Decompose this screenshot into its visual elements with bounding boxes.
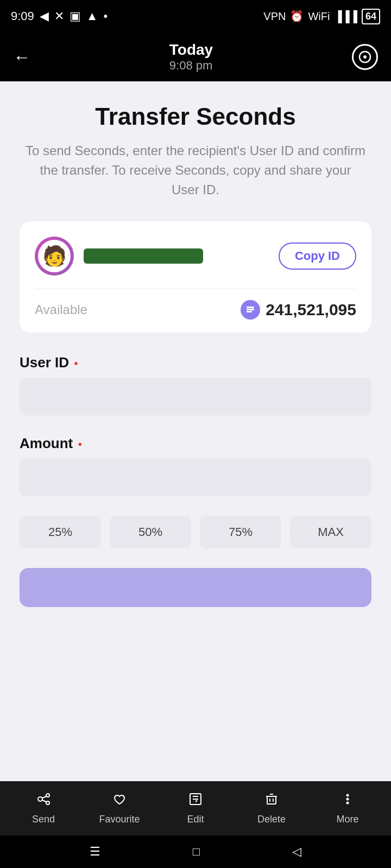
pct-75-button[interactable]: 75% — [200, 516, 281, 548]
scan-button[interactable] — [352, 44, 378, 70]
send-icon — [36, 792, 51, 810]
user-id-label: User ID • — [20, 354, 371, 371]
wifi-icon: WiFi — [308, 10, 330, 23]
nav-subtitle: 9:08 pm — [169, 59, 213, 73]
nav-more[interactable]: More — [326, 792, 369, 825]
card-divider — [35, 289, 356, 289]
android-home-button[interactable]: □ — [193, 845, 200, 859]
nav-favourite[interactable]: Favourite — [98, 792, 141, 825]
coin-icon — [241, 300, 260, 320]
nav-title: Today — [169, 41, 213, 59]
back-button[interactable]: ← — [13, 47, 30, 67]
user-id-required: • — [71, 358, 78, 369]
android-back-button[interactable]: ◁ — [292, 845, 301, 859]
available-amount: 241,521,095 — [241, 300, 356, 320]
nav-more-label: More — [336, 814, 358, 825]
svg-point-7 — [46, 801, 49, 805]
user-info-row: 🧑 Copy ID — [35, 237, 356, 276]
status-left: 9:09 ◀ ✕ ▣ ▲ • — [11, 9, 108, 23]
svg-point-6 — [46, 794, 49, 797]
user-left: 🧑 — [35, 237, 203, 276]
svg-point-5 — [38, 797, 42, 801]
amount-input[interactable] — [20, 458, 371, 496]
location-icon: ◀ — [40, 9, 49, 23]
more-icon — [340, 792, 355, 810]
alert-icon: ▲ — [86, 9, 98, 23]
edit-icon — [188, 792, 203, 810]
nav-send[interactable]: Send — [22, 792, 65, 825]
pct-25-button[interactable]: 25% — [20, 516, 101, 548]
bottom-nav: Send Favourite Edit — [0, 781, 391, 835]
svg-line-8 — [42, 796, 46, 798]
svg-rect-2 — [247, 307, 254, 308]
balance-amount: 241,521,095 — [266, 301, 356, 319]
nav-edit[interactable]: Edit — [174, 792, 217, 825]
heart-icon — [112, 792, 127, 810]
avatar-face: 🧑 — [38, 240, 71, 272]
amount-required: • — [75, 438, 82, 450]
pct-50-button[interactable]: 50% — [110, 516, 191, 548]
dot-icon: • — [104, 9, 108, 23]
alarm-icon: ⏰ — [290, 10, 304, 23]
page-title: Transfer Seconds — [20, 103, 371, 130]
nav-favourite-label: Favourite — [99, 814, 140, 825]
status-time: 9:09 — [11, 9, 34, 23]
amount-field-group: Amount • — [20, 435, 371, 516]
svg-line-9 — [42, 800, 46, 802]
svg-point-20 — [346, 802, 349, 805]
nav-edit-label: Edit — [187, 814, 204, 825]
battery-indicator: 64 — [362, 9, 380, 24]
status-bar: 9:09 ◀ ✕ ▣ ▲ • VPN ⏰ WiFi ▐▐▐ 64 — [0, 0, 391, 33]
redacted-username — [84, 248, 203, 264]
svg-point-18 — [346, 794, 349, 797]
submit-button[interactable] — [20, 568, 371, 607]
nav-send-label: Send — [32, 814, 55, 825]
available-label: Available — [35, 302, 87, 317]
x-icon: ✕ — [54, 9, 64, 23]
nav-delete-label: Delete — [257, 814, 286, 825]
user-id-field-group: User ID • — [20, 354, 371, 435]
main-content: Transfer Seconds To send Seconds, enter … — [0, 81, 391, 781]
signal-icon: ▐▐▐ — [334, 10, 357, 23]
svg-rect-3 — [247, 309, 254, 310]
copy-id-button[interactable]: Copy ID — [279, 242, 356, 270]
status-right: VPN ⏰ WiFi ▐▐▐ 64 — [263, 9, 380, 24]
user-card: 🧑 Copy ID Available 241,521,095 — [20, 221, 371, 333]
nav-title-block: Today 9:08 pm — [169, 41, 213, 73]
user-id-input[interactable] — [20, 378, 371, 416]
svg-rect-4 — [247, 311, 252, 312]
avatar: 🧑 — [35, 237, 74, 276]
image-icon: ▣ — [70, 9, 81, 23]
percentage-buttons: 25% 50% 75% MAX — [20, 516, 371, 548]
available-row: Available 241,521,095 — [35, 300, 356, 320]
top-nav: ← Today 9:08 pm — [0, 33, 391, 81]
svg-point-19 — [346, 798, 349, 801]
trash-icon — [264, 792, 279, 810]
svg-point-1 — [363, 55, 367, 59]
nav-delete[interactable]: Delete — [250, 792, 293, 825]
page-description: To send Seconds, enter the recipient's U… — [20, 141, 371, 200]
vpn-icon: VPN — [263, 10, 286, 23]
android-home-bar: ☰ □ ◁ — [0, 835, 391, 868]
pct-max-button[interactable]: MAX — [290, 516, 371, 548]
amount-label: Amount • — [20, 435, 371, 452]
android-menu-button[interactable]: ☰ — [90, 845, 100, 859]
svg-rect-13 — [267, 796, 276, 804]
